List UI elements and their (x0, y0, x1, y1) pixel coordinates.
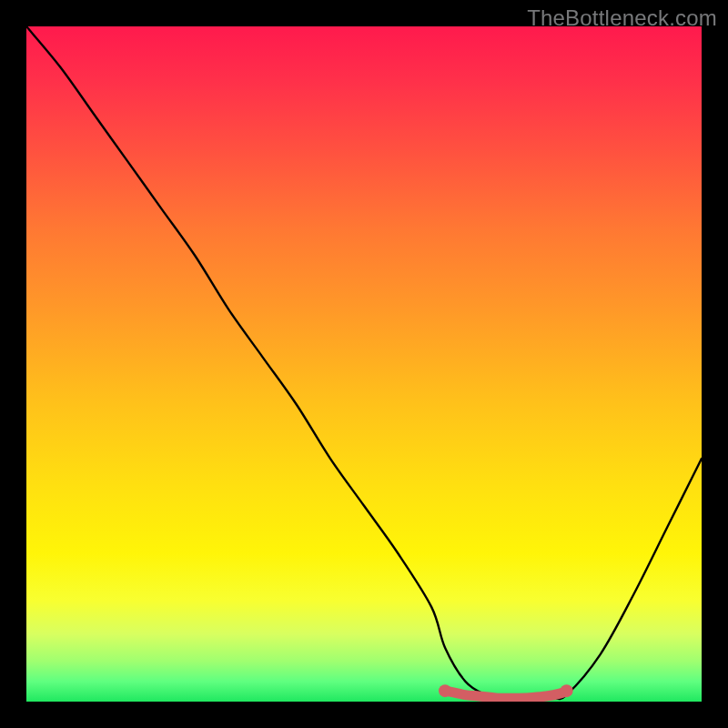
plot-gradient-area (26, 26, 702, 702)
watermark-text: TheBottleneck.com (527, 5, 717, 31)
bottleneck-chart: TheBottleneck.com (0, 0, 728, 728)
